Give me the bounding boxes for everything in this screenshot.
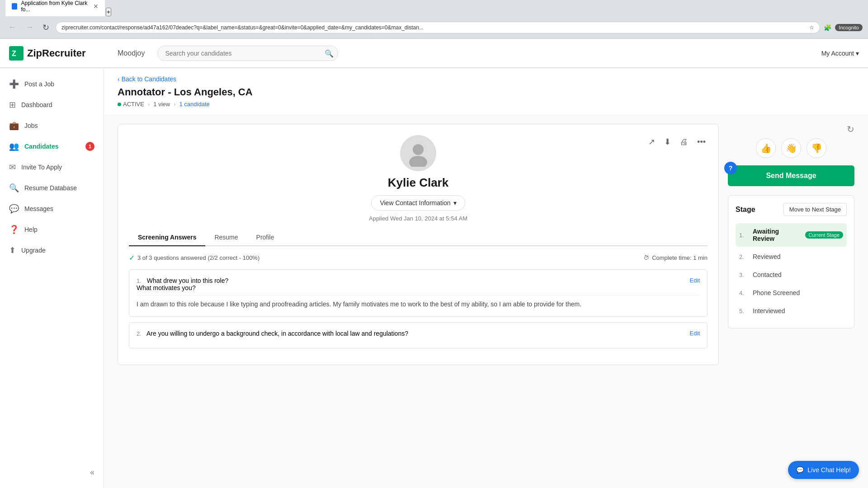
header-right: My Account ▾ (821, 50, 859, 57)
candidate-card: ↗ ⬇ 🖨 ••• Kylie Clark (118, 124, 719, 365)
stage-name-5: Interviewed (753, 307, 843, 314)
help-icon: ❓ (9, 225, 19, 235)
upgrade-icon: ⬆ (9, 245, 16, 255)
stage-number-5: 5. (739, 308, 748, 314)
more-options-button[interactable]: ••• (695, 135, 708, 149)
collapse-icon: « (90, 468, 94, 477)
applied-text: Applied Wed Jan 10, 2024 at 5:54 AM (369, 215, 467, 222)
stage-item-4[interactable]: 4. Phone Screened (736, 285, 847, 301)
app-header: Z ZipRecruiter Moodjoy 🔍 My Account ▾ (0, 39, 868, 68)
tab-screening-answers[interactable]: Screening Answers (129, 229, 205, 246)
edit-question-1-link[interactable]: Edit (690, 277, 700, 284)
sidebar-item-messages[interactable]: 💬 Messages (0, 198, 104, 219)
share-button[interactable]: ↗ (646, 135, 657, 149)
search-input[interactable] (157, 46, 338, 61)
help-tooltip-icon: ? (724, 162, 737, 174)
check-icon: ✓ (129, 253, 135, 262)
tab-title: Application from Kylie Clark fo... (21, 0, 90, 13)
send-message-label: Send Message (766, 172, 816, 179)
invite-icon: ✉ (9, 162, 16, 172)
back-chevron-icon: ‹ (118, 75, 120, 83)
chevron-down-icon: ▾ (453, 199, 457, 206)
address-bar[interactable]: ziprecruiter.com/contact/response/ad47a1… (56, 22, 820, 33)
send-message-button[interactable]: Send Message (728, 165, 854, 186)
candidates-badge: 1 (85, 142, 94, 151)
print-button[interactable]: 🖨 (678, 135, 690, 149)
qa-meta: ✓ 3 of 3 questions answered (2/2 correct… (129, 253, 708, 262)
question-content-2: Are you willing to undergo a background … (146, 330, 408, 337)
sidebar-item-dashboard[interactable]: ⊞ Dashboard (0, 94, 104, 115)
browser-tab[interactable]: Application from Kylie Clark fo... ✕ (5, 0, 105, 16)
logo-text: ZipRecruiter (27, 47, 86, 59)
sidebar-item-jobs[interactable]: 💼 Jobs (0, 115, 104, 136)
stage-item-3[interactable]: 3. Contacted (736, 267, 847, 283)
resume-db-icon: 🔍 (9, 183, 19, 193)
candidate-tabs: Screening Answers Resume Profile (129, 229, 708, 246)
download-button[interactable]: ⬇ (662, 135, 673, 149)
app-body: ➕ Post a Job ⊞ Dashboard 💼 Jobs 👥 Candid… (0, 68, 868, 488)
question-text-2: 2. Are you willing to undergo a backgrou… (137, 330, 408, 337)
move-to-next-stage-button[interactable]: Move to Next Stage (783, 203, 847, 216)
sidebar-item-help[interactable]: ❓ Help (0, 219, 104, 240)
sidebar-item-resume-database[interactable]: 🔍 Resume Database (0, 178, 104, 198)
forward-button[interactable]: → (23, 22, 36, 33)
sidebar-item-invite-to-apply[interactable]: ✉ Invite To Apply (0, 157, 104, 178)
meta-sep-1: › (148, 101, 150, 108)
avatar (400, 135, 436, 171)
chevron-down-icon: ▾ (856, 50, 859, 57)
stage-name-4: Phone Screened (753, 289, 843, 296)
thumbs-down-button[interactable]: 👎 (807, 138, 826, 158)
edit-question-2-link[interactable]: Edit (690, 330, 700, 337)
sidebar-label-dashboard: Dashboard (21, 101, 52, 108)
stage-name-2: Reviewed (753, 253, 843, 260)
search-button[interactable]: 🔍 (325, 49, 334, 57)
active-dot (118, 103, 121, 106)
clock-icon: ⏱ (643, 254, 649, 261)
back-to-candidates-link[interactable]: ‹ Back to Candidates (118, 68, 176, 86)
thumbs-up-button[interactable]: 👍 (756, 138, 776, 158)
svg-text:Z: Z (12, 50, 16, 57)
stage-number-4: 4. (739, 290, 748, 296)
sidebar-item-candidates[interactable]: 👥 Candidates 1 (0, 136, 104, 157)
sidebar: ➕ Post a Job ⊞ Dashboard 💼 Jobs 👥 Candid… (0, 68, 104, 488)
ziprecruiter-logo-icon: Z (9, 46, 24, 61)
stage-panel: Stage Move to Next Stage 1. Awaiting Rev… (728, 195, 854, 328)
sidebar-label-jobs: Jobs (24, 122, 38, 129)
thumbs-sideways-button[interactable]: 👋 (781, 138, 801, 158)
view-contact-info-button[interactable]: View Contact Information ▾ (371, 195, 465, 211)
new-tab-button[interactable]: + (106, 8, 111, 16)
sidebar-label-candidates: Candidates (24, 143, 58, 150)
sidebar-label-help: Help (24, 226, 38, 233)
back-button[interactable]: ← (5, 22, 19, 33)
question-block-2: 2. Are you willing to undergo a backgrou… (129, 322, 708, 348)
qa-summary-text: 3 of 3 questions answered (2/2 correct -… (137, 254, 259, 261)
question-number-1: 1. (137, 277, 142, 284)
tab-profile[interactable]: Profile (247, 229, 283, 246)
stage-item-1[interactable]: 1. Awaiting Review Current Stage (736, 223, 847, 247)
my-account-label: My Account (821, 50, 854, 57)
stage-item-5[interactable]: 5. Interviewed (736, 303, 847, 319)
stage-item-2[interactable]: 2. Reviewed (736, 249, 847, 265)
main-content: ‹ Back to Candidates Annotator - Los Ang… (104, 68, 868, 488)
close-tab-button[interactable]: ✕ (93, 3, 99, 10)
tab-resume[interactable]: Resume (205, 229, 247, 246)
live-chat-button[interactable]: 💬 Live Chat Help! (788, 461, 859, 479)
logo-area: Z ZipRecruiter (9, 46, 108, 61)
sidebar-item-post-job[interactable]: ➕ Post a Job (0, 74, 104, 94)
job-meta: ACTIVE › 1 view › 1 candidate (118, 101, 854, 115)
my-account-button[interactable]: My Account ▾ (821, 50, 859, 57)
dashboard-icon: ⊞ (9, 100, 16, 110)
sidebar-label-upgrade: Upgrade (21, 247, 46, 254)
candidates-count-link[interactable]: 1 candidate (179, 101, 210, 108)
sidebar-item-upgrade[interactable]: ⬆ Upgrade (0, 240, 104, 261)
candidate-top: ↗ ⬇ 🖨 ••• Kylie Clark (129, 135, 708, 229)
sidebar-collapse-button[interactable]: « (0, 462, 104, 483)
contact-info-label: View Contact Information (380, 199, 450, 206)
sidebar-label-messages: Messages (24, 205, 53, 212)
send-message-area: ? Send Message (728, 165, 854, 186)
complete-time-text: Complete time: 1 min (652, 254, 708, 261)
question-text-1: 1. What drew you into this role?What mot… (137, 277, 228, 291)
svg-point-3 (409, 156, 427, 167)
refresh-button[interactable]: ↻ (728, 124, 854, 135)
reload-button[interactable]: ↻ (40, 22, 52, 33)
